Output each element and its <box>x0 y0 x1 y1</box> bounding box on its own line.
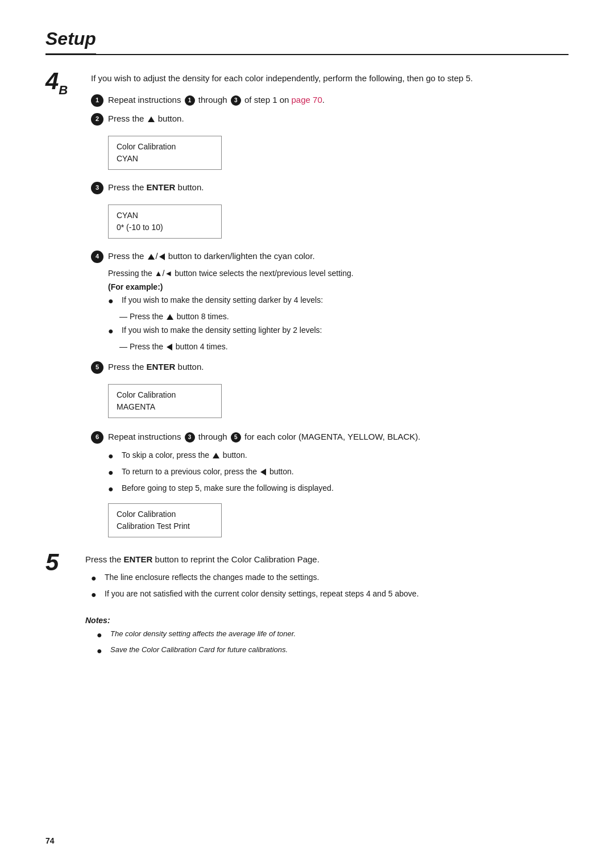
triangle-up-icon-1 <box>148 116 155 122</box>
triangle-left-icon-3 <box>260 469 266 475</box>
step5-bullet-2-text: If you are not satisfied with the curren… <box>105 588 419 600</box>
inline-circle-3: 3 <box>231 95 241 106</box>
step-5-number: 5 <box>45 550 80 574</box>
note-2: ● Save the Color Calibration Card for fu… <box>97 644 569 658</box>
note-1: ● The color density setting affects the … <box>97 628 569 642</box>
page-70-link[interactable]: page 70 <box>292 95 322 105</box>
step-4b: 4B If you wish to adjust the density for… <box>45 72 569 542</box>
step-5-text: Press the ENTER button to reprint the Co… <box>85 553 569 566</box>
inline-circle-1: 1 <box>185 95 195 106</box>
bullet-icon-4: ● <box>108 466 119 479</box>
example-2-text: If you wish to make the density setting … <box>122 324 322 336</box>
instruction-3-text: Press the ENTER button. <box>108 181 569 194</box>
instruction-1: 1 Repeat instructions 1 through 3 of ste… <box>91 94 569 107</box>
bullet-before-step5: ● Before going to step 5, make sure the … <box>108 482 569 496</box>
bullet-previous: ● To return to a previous color, press t… <box>108 466 569 479</box>
bullet-icon-7: ● <box>91 588 102 602</box>
instruction-2-text: Press the button. <box>108 112 569 126</box>
step-4b-number: 4B <box>45 69 85 97</box>
note-bullet-2: ● <box>97 644 108 658</box>
bullet-skip: ● To skip a color, press the button. <box>108 449 569 463</box>
triangle-up-icon-3 <box>167 314 173 320</box>
bullet-icon-2: ● <box>108 324 119 338</box>
example-2: ● If you wish to make the density settin… <box>108 324 569 338</box>
page-number: 74 <box>45 836 55 845</box>
bullet-skip-text: To skip a color, press the button. <box>122 449 247 461</box>
triangle-left-icon-2 <box>167 344 172 350</box>
circle-6: 6 <box>91 431 103 444</box>
step5-bullet-1-text: The line enclosure reflects the changes … <box>105 571 319 583</box>
instruction-6-bullets: ● To skip a color, press the button. ● T… <box>108 449 569 496</box>
triangle-up-icon-2 <box>148 254 155 260</box>
circle-2: 2 <box>91 113 103 126</box>
instruction-2: 2 Press the button. <box>91 112 569 126</box>
lcd-box-cyan-value: CYAN 0* (-10 to 10) <box>108 205 222 239</box>
instruction-5: 5 Press the ENTER button. <box>91 361 569 374</box>
step-5-bullets: ● The line enclosure reflects the change… <box>91 571 569 602</box>
lcd-box-calibration-test: Color Calibration Calibration Test Print <box>108 503 222 537</box>
instruction-6-text: Repeat instructions 3 through 5 for each… <box>108 431 569 444</box>
circle-4: 4 <box>91 251 103 263</box>
step5-bullet-2: ● If you are not satisfied with the curr… <box>91 588 569 602</box>
lcd-box-cyan: Color Calibration CYAN <box>108 136 222 170</box>
step-4b-content: If you wish to adjust the density for ea… <box>85 72 569 542</box>
inline-circle-5: 5 <box>231 432 241 443</box>
bullet-icon-1: ● <box>108 294 119 308</box>
triangle-left-icon-1 <box>159 253 165 260</box>
page: Setup 4B If you wish to adjust the densi… <box>0 0 614 868</box>
inline-circle-3b: 3 <box>185 432 195 443</box>
notes-title: Notes: <box>85 616 569 625</box>
enter-label-1: ENTER <box>147 182 176 192</box>
step-5-content: Press the ENTER button to reprint the Co… <box>80 553 569 605</box>
bullet-before-step5-text: Before going to step 5, make sure the fo… <box>122 482 334 494</box>
example-1-sub: — Press the button 8 times. <box>119 311 569 323</box>
lcd-box-magenta: Color Calibration MAGENTA <box>108 384 222 418</box>
bullet-icon-3: ● <box>108 449 119 463</box>
instruction-5-text: Press the ENTER button. <box>108 361 569 374</box>
note-2-text: Save the Color Calibration Card for futu… <box>110 644 288 656</box>
instruction-4-text: Press the / button to darken/lighten the… <box>108 250 569 263</box>
page-title: Setup <box>45 28 96 55</box>
example-2-sub: — Press the button 4 times. <box>119 341 569 353</box>
note-bullet-1: ● <box>97 628 108 642</box>
notes-section: Notes: ● The color density setting affec… <box>85 616 569 658</box>
bullet-icon-5: ● <box>108 482 119 496</box>
circle-3: 3 <box>91 182 103 194</box>
enter-label-2: ENTER <box>147 362 176 372</box>
instruction-4-subnote: Pressing the ▲/◄ button twice selects th… <box>108 269 569 278</box>
step5-bullet-1: ● The line enclosure reflects the change… <box>91 571 569 585</box>
example-1: ● If you wish to make the density settin… <box>108 294 569 308</box>
bullet-icon-6: ● <box>91 571 102 585</box>
circle-1: 1 <box>91 94 103 107</box>
instruction-3: 3 Press the ENTER button. <box>91 181 569 194</box>
circle-5: 5 <box>91 361 103 374</box>
for-example-block: (For example:) ● If you wish to make the… <box>108 282 569 353</box>
for-example-label: (For example:) <box>108 282 569 291</box>
step-4b-intro: If you wish to adjust the density for ea… <box>91 72 569 85</box>
enter-label-3: ENTER <box>124 554 153 564</box>
triangle-up-icon-4 <box>213 453 219 458</box>
instruction-1-text: Repeat instructions 1 through 3 of step … <box>108 94 569 107</box>
instruction-4: 4 Press the / button to darken/lighten t… <box>91 250 569 263</box>
bullet-previous-text: To return to a previous color, press the… <box>122 466 294 478</box>
note-1-text: The color density setting affects the av… <box>110 628 296 640</box>
step-5: 5 Press the ENTER button to reprint the … <box>45 553 569 605</box>
example-1-text: If you wish to make the density setting … <box>122 294 323 306</box>
instruction-6: 6 Repeat instructions 3 through 5 for ea… <box>91 431 569 444</box>
